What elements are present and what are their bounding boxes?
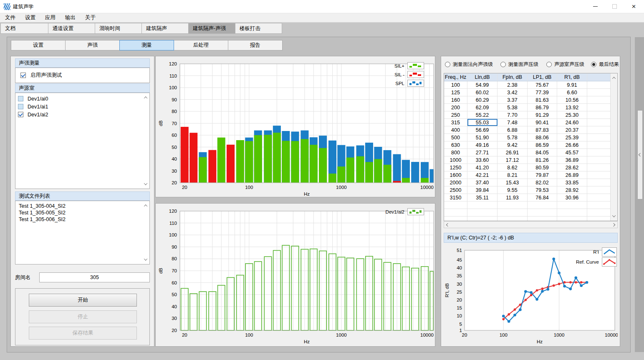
table-cell[interactable]: 9.55	[498, 186, 528, 194]
table-cell[interactable]	[444, 209, 467, 216]
table-cell[interactable]: 2000	[444, 179, 467, 186]
table-cell[interactable]: 86.59	[528, 141, 557, 149]
table-cell[interactable]: 7.70	[498, 111, 528, 118]
table-cell[interactable]: 20.37	[557, 126, 587, 133]
minimize-button[interactable]	[586, 0, 605, 13]
test-file-item[interactable]: Test 1_305-006_SI2	[15, 216, 149, 223]
table-cell[interactable]: 13.92	[557, 104, 587, 111]
table-vertical-scrollbar[interactable]	[610, 73, 617, 221]
scroll-down-arrow[interactable]	[611, 213, 617, 219]
table-cell[interactable]	[557, 209, 587, 216]
table-cell[interactable]: 1600	[444, 171, 467, 179]
table-cell[interactable]	[528, 201, 557, 209]
table-cell[interactable]: 6.60	[557, 89, 587, 96]
table-cell[interactable]: 5.38	[498, 104, 528, 111]
table-cell[interactable]	[528, 217, 557, 221]
test-file-item[interactable]: Test 1_305-004_SI2	[15, 203, 149, 209]
table-cell[interactable]: 9.42	[498, 141, 528, 149]
table-cell[interactable]: 41.20	[467, 164, 498, 171]
table-cell[interactable]: 2500	[444, 186, 467, 194]
table-cell[interactable]: 630	[444, 141, 467, 149]
table-cell[interactable]: 2.38	[498, 81, 528, 88]
maximize-button[interactable]	[605, 0, 624, 13]
menu-item[interactable]: 输出	[65, 14, 76, 21]
main-tab[interactable]: 建筑隔声	[142, 23, 189, 34]
table-cell[interactable]: 26.66	[557, 141, 587, 149]
sub-tab[interactable]: 报告	[228, 40, 283, 50]
table-cell[interactable]	[467, 209, 498, 216]
table-cell[interactable]: 30.96	[557, 194, 587, 201]
table-cell[interactable]: 90.41	[528, 119, 557, 126]
enable-intensity-row[interactable]: 启用声强测试	[15, 68, 150, 83]
table-cell[interactable]	[557, 217, 587, 221]
table-cell[interactable]	[498, 209, 528, 216]
sub-tab[interactable]: 声强	[65, 40, 120, 50]
table-cell[interactable]: 81.63	[528, 96, 557, 103]
table-cell[interactable]: 60.29	[467, 96, 498, 103]
menu-item[interactable]: 应用	[45, 14, 56, 21]
table-cell[interactable]: 76.84	[528, 194, 557, 201]
table-cell[interactable]: 7.48	[498, 119, 528, 126]
table-cell[interactable]: 500	[444, 134, 467, 141]
table-cell[interactable]: 3.42	[498, 89, 528, 96]
table-cell[interactable]: 25.30	[557, 111, 587, 118]
channel-row[interactable]: Dev1/ai2	[15, 111, 149, 118]
main-tab[interactable]: 文档	[0, 23, 48, 34]
table-cell[interactable]	[498, 201, 528, 209]
save-results-button[interactable]: 保存结果	[29, 327, 137, 340]
table-cell[interactable]: 11.93	[498, 194, 528, 201]
table-cell[interactable]: 56.69	[467, 126, 498, 133]
table-cell[interactable]	[467, 201, 498, 209]
table-cell[interactable]: 79.53	[528, 186, 557, 194]
scroll-right-arrow[interactable]	[611, 222, 616, 228]
table-cell[interactable]: 8.62	[498, 164, 528, 171]
table-cell[interactable]: 60.02	[467, 89, 498, 96]
scroll-left-arrow[interactable]	[445, 222, 451, 228]
table-cell[interactable]: 86.79	[528, 104, 557, 111]
table-cell[interactable]: 36.89	[557, 156, 587, 164]
table-cell[interactable]: 125	[444, 89, 467, 96]
sub-tab[interactable]: 设置	[11, 40, 66, 50]
table-cell[interactable]: 84.05	[528, 149, 557, 156]
table-cell[interactable]: 77.39	[528, 89, 557, 96]
menu-item[interactable]: 设置	[25, 14, 35, 21]
scroll-up-arrow[interactable]	[143, 203, 149, 209]
scroll-up-arrow[interactable]	[611, 75, 617, 81]
start-button[interactable]: 开始	[29, 294, 137, 307]
table-cell[interactable]	[444, 217, 467, 221]
room-name-input[interactable]	[39, 272, 150, 282]
channel-checkbox[interactable]	[18, 104, 23, 109]
table-cell[interactable]: 26.91	[498, 149, 528, 156]
table-cell[interactable]: 5.78	[498, 134, 528, 141]
table-cell[interactable]: 91.29	[528, 111, 557, 118]
main-tab[interactable]: 通道设置	[48, 23, 95, 34]
result-view-radio[interactable]: 最后结果	[591, 61, 619, 68]
table-cell[interactable]: 82.02	[528, 179, 557, 186]
table-cell[interactable]: 160	[444, 96, 467, 103]
scroll-down-arrow[interactable]	[143, 181, 149, 187]
table-cell[interactable]: 39.84	[467, 186, 498, 194]
menu-item[interactable]: 关于	[85, 14, 96, 21]
table-cell[interactable]: 250	[444, 111, 467, 118]
table-horizontal-scrollbar[interactable]	[444, 221, 618, 228]
table-cell[interactable]: 55.03	[467, 119, 498, 126]
table-cell[interactable]: 33.85	[557, 179, 587, 186]
table-cell[interactable]: 3.37	[498, 96, 528, 103]
table-cell[interactable]: 15.43	[498, 179, 528, 186]
stop-button[interactable]: 停止	[29, 310, 137, 323]
table-cell[interactable]: 45.57	[557, 149, 587, 156]
table-cell[interactable]: 55.22	[467, 111, 498, 118]
test-file-item[interactable]: Test 1_305-005_SI2	[15, 209, 149, 216]
table-cell[interactable]: 51.90	[467, 134, 498, 141]
table-cell[interactable]: 6.88	[498, 126, 528, 133]
menu-item[interactable]: 文件	[5, 14, 15, 21]
result-view-radio[interactable]: 声源室声压级	[546, 61, 584, 68]
scroll-down-arrow[interactable]	[143, 257, 149, 262]
table-cell[interactable]: 24.60	[557, 119, 587, 126]
table-cell[interactable]: 54.99	[467, 81, 498, 88]
table-cell[interactable]	[557, 201, 587, 209]
channel-checkbox[interactable]	[18, 112, 23, 117]
table-cell[interactable]: 88.06	[528, 134, 557, 141]
result-view-radio[interactable]: 测量面法向声强级	[445, 61, 493, 68]
table-cell[interactable]: 79.87	[528, 171, 557, 179]
